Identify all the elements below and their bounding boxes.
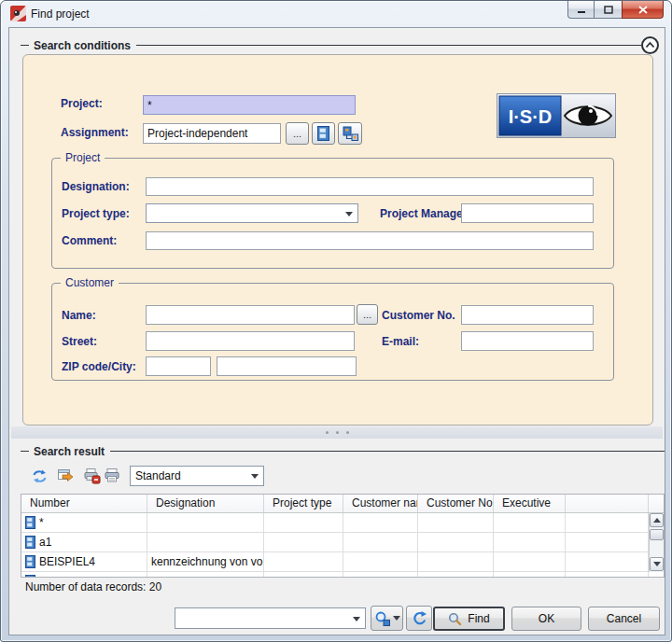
table-cell[interactable] (418, 533, 494, 551)
titlebar[interactable]: Find project (1, 1, 671, 27)
column-header[interactable]: Designation (147, 495, 264, 512)
customer-browse-button[interactable]: ... (357, 304, 378, 325)
collapse-search-conditions-button[interactable] (641, 36, 659, 54)
dialog-client-area: Search conditions Project: Assignment: .… (8, 27, 665, 635)
minimize-button[interactable] (567, 1, 595, 19)
column-header[interactable]: Customer No (418, 495, 494, 512)
ok-button[interactable]: OK (511, 607, 581, 631)
close-button[interactable] (622, 1, 664, 19)
saved-search-select[interactable] (175, 607, 366, 629)
group-dash (21, 451, 29, 452)
project-icon (25, 516, 35, 529)
designation-label: Designation: (62, 180, 130, 193)
table-cell[interactable] (343, 533, 418, 551)
search-conditions-title: Search conditions (34, 39, 136, 52)
table-row[interactable]: BEISPIEL4kennzeichnung von von (21, 552, 649, 572)
maximize-button[interactable] (595, 1, 622, 19)
find-button[interactable]: Find (433, 607, 505, 631)
scroll-up-button[interactable] (650, 513, 664, 527)
table-row[interactable] (21, 572, 649, 578)
table-cell[interactable] (566, 572, 649, 578)
column-header[interactable] (566, 495, 649, 512)
designation-input[interactable] (146, 177, 594, 196)
table-cell[interactable] (21, 572, 147, 578)
scrollbar-thumb[interactable] (650, 529, 664, 540)
dropdown-caret-icon (345, 212, 353, 216)
table-cell[interactable] (343, 572, 418, 578)
group-dash (21, 45, 29, 46)
table-cell[interactable] (147, 572, 264, 578)
table-cell[interactable] (147, 513, 264, 532)
table-cell[interactable] (566, 552, 649, 571)
comment-label: Comment: (62, 234, 117, 247)
scroll-down-button[interactable] (650, 557, 664, 571)
table-cell[interactable] (147, 533, 264, 551)
column-header[interactable]: Executive (494, 495, 566, 512)
city-input[interactable] (217, 356, 357, 376)
table-cell[interactable] (264, 533, 343, 551)
table-cell[interactable] (264, 513, 343, 532)
project-group-title: Project (61, 151, 105, 164)
maximize-icon (604, 6, 613, 14)
print-delete-button[interactable] (80, 465, 103, 487)
refresh-result-button[interactable] (28, 465, 50, 487)
vertical-scrollbar[interactable] (649, 513, 664, 572)
table-cell[interactable] (566, 533, 649, 551)
assignment-input[interactable] (143, 123, 281, 144)
table-row[interactable]: a1 (21, 533, 649, 552)
dropdown-caret-icon (251, 474, 259, 479)
email-label: E-mail: (382, 335, 419, 348)
table-cell[interactable] (343, 552, 418, 571)
cabinet-icon (317, 126, 329, 141)
email-input[interactable] (461, 331, 594, 351)
table-cell[interactable]: * (21, 513, 147, 532)
project-type-select[interactable] (146, 203, 358, 223)
column-header[interactable]: Customer name (343, 495, 418, 512)
assignment-document-button[interactable] (312, 122, 335, 145)
table-cell[interactable] (494, 533, 566, 551)
splitter-dot (346, 431, 349, 434)
splitter-dot (336, 431, 339, 434)
result-view-select[interactable]: Standard (130, 466, 264, 486)
minimize-icon (577, 6, 586, 14)
table-cell[interactable]: BEISPIEL4 (21, 552, 147, 571)
printer-delete-icon (83, 468, 101, 484)
table-cell[interactable] (418, 552, 494, 571)
table-cell[interactable] (264, 572, 343, 578)
table-cell[interactable] (566, 513, 649, 532)
project-manager-input[interactable] (461, 203, 594, 223)
comment-input[interactable] (146, 231, 594, 250)
project-input[interactable] (143, 95, 356, 115)
street-input[interactable] (146, 331, 355, 351)
table-cell[interactable] (418, 572, 494, 578)
save-search-button[interactable] (371, 606, 403, 631)
table-cell[interactable]: kennzeichnung von von (147, 552, 264, 571)
table-cell[interactable]: a1 (21, 533, 147, 551)
export-result-button[interactable] (54, 465, 77, 487)
export-icon (57, 468, 75, 485)
zip-input[interactable] (146, 356, 211, 376)
assignment-browse-button[interactable]: ... (286, 122, 309, 145)
table-row[interactable]: * (21, 513, 649, 533)
column-header[interactable]: Number (21, 495, 147, 512)
table-cell[interactable] (494, 572, 566, 578)
group-line (136, 45, 641, 46)
splitter-handle[interactable] (11, 426, 663, 439)
print-button[interactable] (101, 465, 123, 487)
table-cell[interactable] (343, 513, 418, 532)
customer-no-label: Customer No. (382, 309, 455, 322)
table-cell[interactable] (494, 552, 566, 571)
cancel-button[interactable]: Cancel (588, 607, 660, 631)
table-cell[interactable] (494, 513, 566, 532)
search-conditions-header: Search conditions (21, 36, 659, 54)
arrow-up-icon (653, 518, 661, 523)
zip-city-label: ZIP code/City: (62, 360, 136, 373)
customer-no-input[interactable] (461, 305, 594, 325)
assignment-structure-button[interactable] (338, 122, 362, 145)
customer-name-input[interactable] (146, 305, 355, 325)
column-header[interactable]: Project type (264, 495, 343, 512)
reload-button[interactable] (406, 606, 432, 631)
result-view-value: Standard (135, 469, 181, 482)
table-cell[interactable] (418, 513, 494, 532)
table-cell[interactable] (264, 552, 343, 571)
